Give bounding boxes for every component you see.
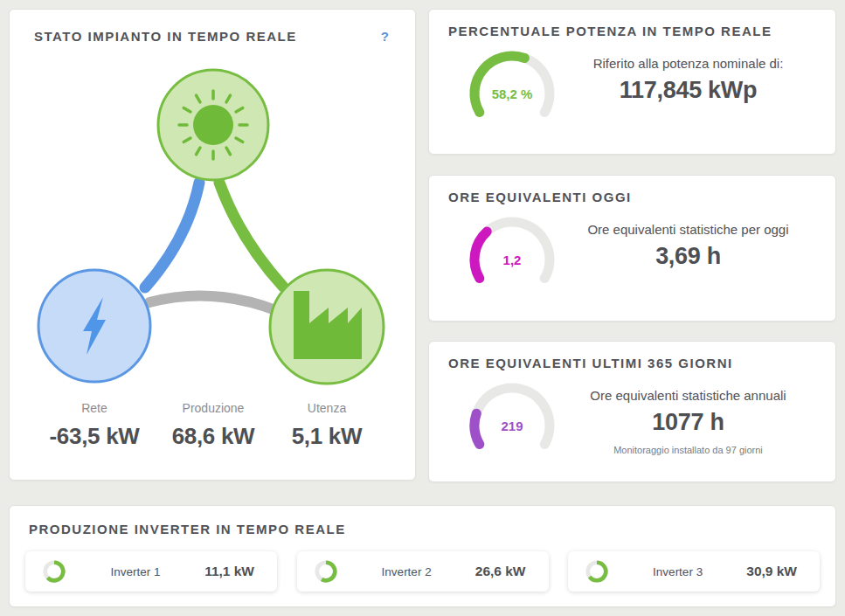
inverter-2-label: Inverter 2 (338, 565, 475, 578)
power-percentage-panel: PERCENTUALE POTENZA IN TEMPO REALE 58,2 … (428, 9, 836, 155)
hours-year-panel: ORE EQUIVALENTI ULTIMI 365 GIORNI 219 Or… (428, 341, 836, 482)
hours-year-gauge-value: 219 (464, 419, 560, 433)
inverter-card-3: Inverter 3 30,9 kW (568, 551, 820, 592)
power-gauge-value: 58,2 % (464, 87, 560, 101)
hours-year-gauge: 219 (464, 377, 560, 474)
inverter-cards: Inverter 1 11,1 kW Inverter 2 26,6 kW In… (25, 551, 820, 592)
power-panel-title: PERCENTUALE POTENZA IN TEMPO REALE (448, 24, 816, 38)
hours-today-gauge-value: 1,2 (464, 253, 560, 267)
link-production-grid (145, 183, 199, 287)
consumption-stat-label: Utenza (257, 401, 397, 415)
link-grid-consumption (149, 295, 278, 311)
hours-today-caption: Ore equivalenti statistiche per oggi (565, 222, 811, 237)
consumption-stat: Utenza 5,1 kW (257, 401, 397, 450)
power-caption: Riferito alla potenza nominale di: (565, 56, 811, 71)
inverter-2-gauge-icon (314, 559, 338, 584)
inverter-1-gauge-icon (42, 559, 66, 584)
inverter-3-value: 30,9 kW (746, 564, 797, 579)
help-icon[interactable]: ? (371, 29, 399, 44)
status-panel: STATO IMPIANTO IN TEMPO REALE ? Rete -63… (9, 9, 416, 481)
inverter-1-value: 11,1 kW (204, 564, 254, 579)
grid-node (38, 270, 150, 382)
production-node (158, 70, 268, 180)
power-panel-text: Riferito alla potenza nominale di: 117,8… (560, 45, 816, 142)
link-production-consumption (219, 183, 283, 287)
hours-year-caption: Ore equivalenti statistiche annuali (565, 388, 811, 403)
status-panel-title: STATO IMPIANTO IN TEMPO REALE (34, 29, 297, 44)
hours-year-text: Ore equivalenti statistiche annuali 1077… (560, 377, 816, 474)
hours-today-title: ORE EQUIVALENTI OGGI (448, 190, 816, 204)
monitoring-note: Monitoraggio installato da 97 giorni (565, 445, 811, 455)
hours-today-value: 3,69 h (565, 243, 811, 270)
inverter-2-value: 26,6 kW (475, 564, 526, 579)
nominal-power-value: 117,845 kWp (565, 77, 811, 104)
hours-today-panel: ORE EQUIVALENTI OGGI 1,2 Ore equivalenti… (428, 175, 836, 322)
inverter-1-label: Inverter 1 (66, 565, 204, 578)
inverter-3-label: Inverter 3 (609, 565, 746, 578)
hours-today-text: Ore equivalenti statistiche per oggi 3,6… (560, 211, 816, 308)
power-gauge: 58,2 % (464, 45, 560, 142)
solar-dashboard: STATO IMPIANTO IN TEMPO REALE ? Rete -63… (0, 0, 845, 616)
inverter-card-1: Inverter 1 11,1 kW (25, 551, 277, 592)
inverter-panel: PRODUZIONE INVERTER IN TEMPO REALE Inver… (9, 505, 836, 607)
consumption-stat-value: 5,1 kW (257, 423, 397, 450)
consumption-node (270, 270, 384, 384)
hours-year-title: ORE EQUIVALENTI ULTIMI 365 GIORNI (448, 356, 816, 370)
hours-today-gauge: 1,2 (464, 211, 560, 308)
inverter-3-gauge-icon (585, 559, 609, 584)
inverter-panel-title: PRODUZIONE INVERTER IN TEMPO REALE (29, 522, 820, 536)
inverter-card-2: Inverter 2 26,6 kW (297, 551, 549, 592)
hours-year-value: 1077 h (565, 409, 811, 436)
